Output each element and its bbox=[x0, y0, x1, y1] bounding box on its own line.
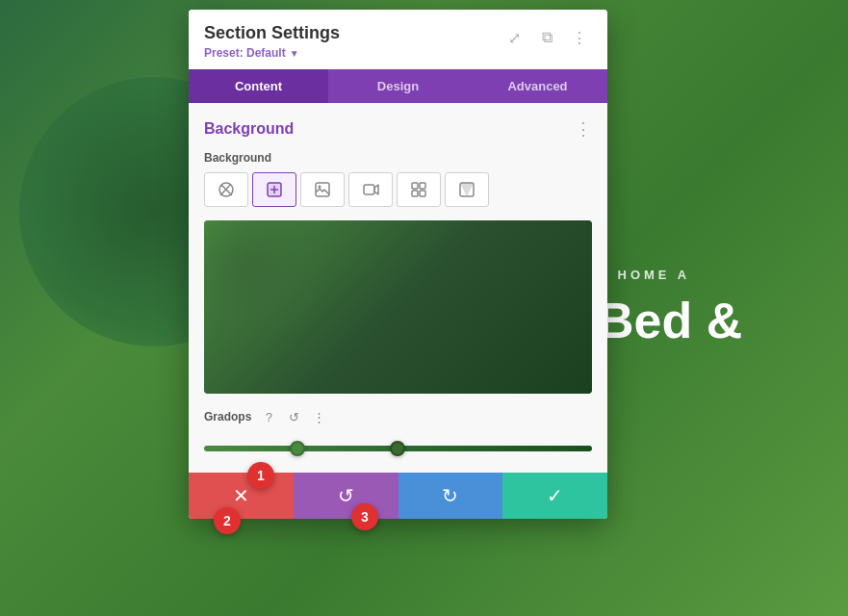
slider-thumb-1[interactable] bbox=[290, 441, 305, 456]
tab-design[interactable]: Design bbox=[328, 69, 468, 103]
compare-icon[interactable]: ⧉ bbox=[534, 25, 559, 50]
preset-chevron: ▼ bbox=[290, 48, 299, 59]
badge-2: 2 bbox=[214, 507, 241, 534]
preset-selector[interactable]: Preset: Default ▼ bbox=[204, 46, 340, 60]
panel-header: Section Settings Preset: Default ▼ ⤢ ⧉ ⋮ bbox=[189, 10, 607, 60]
svg-rect-7 bbox=[412, 191, 418, 196]
section-heading: Background ⋮ bbox=[204, 118, 592, 140]
slider-track bbox=[204, 446, 592, 451]
gradient-more-icon[interactable]: ⋮ bbox=[309, 407, 328, 426]
hero-subtitle: A HOME A bbox=[598, 268, 829, 282]
svg-rect-8 bbox=[420, 191, 425, 196]
cancel-button[interactable]: ✕ bbox=[189, 473, 294, 519]
slider-thumb-2[interactable] bbox=[390, 441, 405, 456]
svg-rect-4 bbox=[364, 185, 374, 194]
section-settings-panel: Section Settings Preset: Default ▼ ⤢ ⧉ ⋮… bbox=[189, 10, 607, 519]
gradient-label: Gradops bbox=[204, 410, 251, 424]
section-more-icon[interactable]: ⋮ bbox=[575, 118, 592, 140]
section-title: Background bbox=[204, 120, 294, 138]
bg-type-mask[interactable] bbox=[445, 172, 489, 207]
confirm-button[interactable]: ✓ bbox=[502, 473, 607, 519]
bg-type-video[interactable] bbox=[348, 172, 393, 207]
svg-point-3 bbox=[319, 186, 321, 189]
reset-button[interactable]: ↺ bbox=[294, 473, 398, 519]
bg-type-color[interactable] bbox=[252, 172, 296, 207]
tab-advanced[interactable]: Advanced bbox=[468, 69, 607, 103]
bg-type-pattern[interactable] bbox=[397, 172, 441, 207]
more-options-icon[interactable]: ⋮ bbox=[567, 25, 592, 50]
badge-1: 1 bbox=[247, 462, 274, 489]
background-field-label: Background bbox=[204, 151, 592, 165]
panel-tabs: Content Design Advanced bbox=[189, 69, 607, 103]
panel-header-actions: ⤢ ⧉ ⋮ bbox=[501, 25, 592, 50]
expand-icon[interactable]: ⤢ bbox=[501, 25, 527, 50]
hero-text-overlay: A HOME A Bed & bbox=[578, 0, 848, 616]
bg-type-image[interactable] bbox=[300, 172, 345, 207]
bg-type-row bbox=[204, 172, 592, 207]
tab-content[interactable]: Content bbox=[189, 69, 328, 103]
svg-rect-6 bbox=[420, 183, 425, 189]
gradient-help-icon[interactable]: ? bbox=[259, 407, 278, 426]
gradient-slider[interactable] bbox=[204, 440, 592, 457]
badge-3: 3 bbox=[351, 503, 378, 530]
hero-title: Bed & bbox=[598, 294, 829, 348]
svg-rect-5 bbox=[412, 183, 418, 189]
panel-header-left: Section Settings Preset: Default ▼ bbox=[204, 23, 340, 60]
gradient-slider-row bbox=[204, 440, 592, 457]
redo-button[interactable]: ↻ bbox=[398, 473, 503, 519]
panel-title: Section Settings bbox=[204, 23, 340, 43]
gradient-reset-icon[interactable]: ↺ bbox=[284, 407, 303, 426]
gradient-preview bbox=[204, 220, 592, 394]
bg-type-none[interactable] bbox=[204, 172, 248, 207]
gradient-control-icons: ? ↺ ⋮ bbox=[259, 407, 328, 426]
gradient-controls: Gradops ? ↺ ⋮ bbox=[204, 407, 592, 426]
panel-body: Background ⋮ Background bbox=[189, 103, 607, 473]
gradient-preview-inner bbox=[204, 220, 592, 394]
